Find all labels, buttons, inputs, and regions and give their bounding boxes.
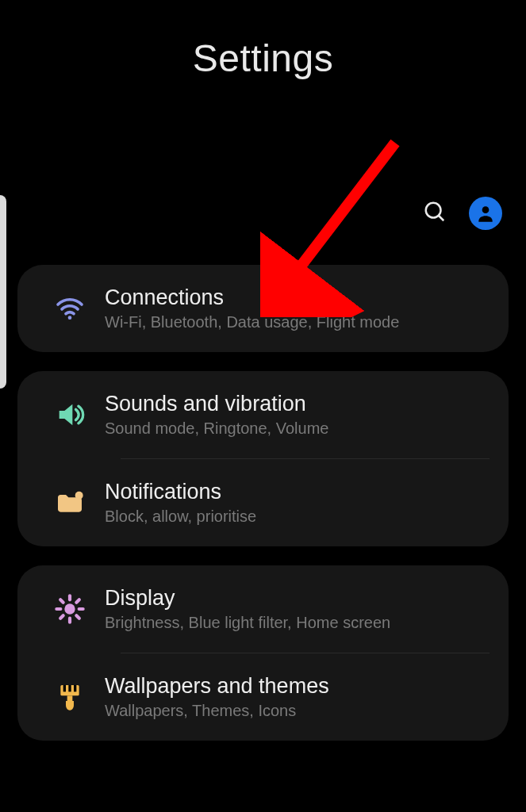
item-subtitle: Wallpapers, Themes, Icons (105, 702, 490, 720)
svg-point-0 (426, 203, 441, 218)
wifi-icon (35, 293, 105, 324)
toolbar (423, 197, 502, 230)
item-text: Display Brightness, Blue light filter, H… (105, 586, 490, 632)
group-sound-notif: Sounds and vibration Sound mode, Rington… (17, 371, 509, 546)
item-wallpapers[interactable]: Wallpapers and themes Wallpapers, Themes… (17, 653, 509, 741)
person-icon (475, 203, 496, 224)
item-connections[interactable]: Connections Wi-Fi, Bluetooth, Data usage… (17, 265, 509, 352)
group-display-wallpaper: Display Brightness, Blue light filter, H… (17, 565, 509, 741)
svg-line-12 (60, 615, 63, 619)
svg-point-3 (68, 316, 72, 320)
item-text: Sounds and vibration Sound mode, Rington… (105, 392, 490, 438)
settings-list: Connections Wi-Fi, Bluetooth, Data usage… (17, 265, 509, 760)
svg-line-11 (76, 615, 79, 619)
item-subtitle: Wi-Fi, Bluetooth, Data usage, Flight mod… (105, 313, 490, 331)
item-title: Wallpapers and themes (105, 674, 490, 699)
search-icon (423, 200, 447, 224)
svg-point-2 (482, 206, 490, 213)
brightness-icon (35, 593, 105, 625)
svg-line-13 (76, 599, 79, 603)
paintbrush-icon (35, 681, 105, 713)
item-display[interactable]: Display Brightness, Blue light filter, H… (17, 565, 509, 653)
item-subtitle: Block, allow, prioritise (105, 508, 490, 526)
svg-rect-15 (67, 695, 73, 701)
search-button[interactable] (423, 200, 447, 227)
item-text: Connections Wi-Fi, Bluetooth, Data usage… (105, 285, 490, 331)
item-title: Sounds and vibration (105, 392, 490, 416)
page-title: Settings (193, 36, 333, 80)
svg-rect-17 (68, 685, 71, 691)
item-subtitle: Sound mode, Ringtone, Volume (105, 419, 490, 438)
group-connections: Connections Wi-Fi, Bluetooth, Data usage… (17, 265, 509, 352)
svg-rect-18 (74, 685, 76, 691)
item-title: Display (105, 586, 490, 611)
item-subtitle: Brightness, Blue light filter, Home scre… (105, 614, 490, 632)
page-header: Settings (0, 0, 526, 182)
svg-line-10 (60, 599, 63, 603)
folder-badge-icon (35, 487, 105, 519)
svg-point-4 (75, 492, 83, 500)
item-text: Notifications Block, allow, prioritise (105, 480, 490, 526)
item-title: Notifications (105, 480, 490, 504)
item-text: Wallpapers and themes Wallpapers, Themes… (105, 674, 490, 720)
item-notifications[interactable]: Notifications Block, allow, prioritise (17, 459, 509, 546)
svg-rect-16 (63, 685, 66, 691)
item-sounds[interactable]: Sounds and vibration Sound mode, Rington… (17, 371, 509, 458)
speaker-icon (35, 399, 105, 431)
item-title: Connections (105, 285, 490, 310)
svg-line-1 (439, 216, 443, 220)
svg-point-5 (64, 603, 75, 614)
edge-panel-handle[interactable] (0, 195, 6, 389)
profile-button[interactable] (469, 197, 502, 230)
